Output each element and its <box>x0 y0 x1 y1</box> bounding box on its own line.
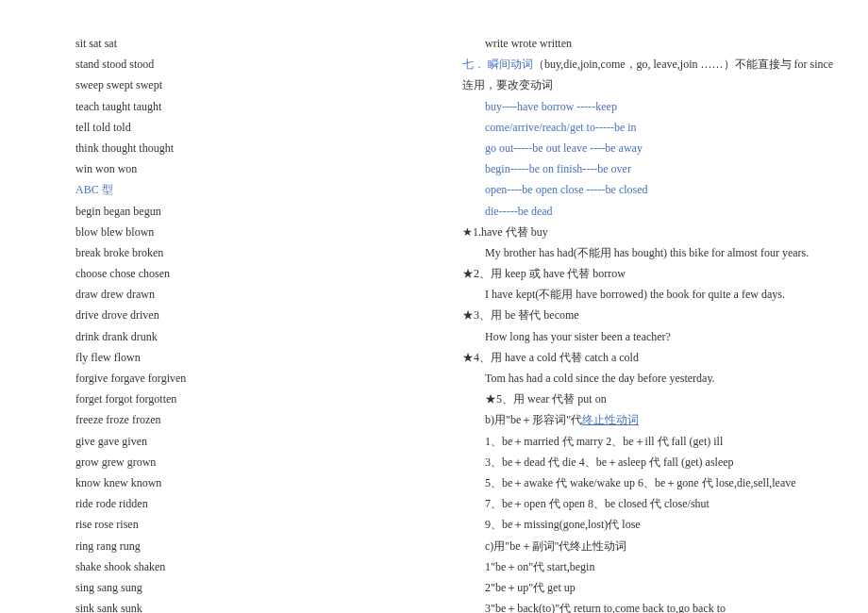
rule-line: buy----have borrow -----keep <box>462 96 840 117</box>
star-line: ★1.have 代替 buy <box>462 222 840 242</box>
text-line: 9、be＋missing(gone,lost)代 lose <box>462 514 840 535</box>
example-line: Tom has had a cold since the day before … <box>462 368 840 389</box>
text-line: b)用"be＋形容词"代终止性动词 <box>462 409 840 430</box>
text-line: 2"be＋up"代 get up <box>462 577 840 598</box>
text-line: 3、be＋dead 代 die 4、be＋asleep 代 fall (get)… <box>462 452 840 472</box>
verb-line: drink drank drunk <box>75 326 396 347</box>
heading-num: 七． 瞬间动词 <box>462 58 533 71</box>
verb-line: give gave given <box>75 431 396 452</box>
verb-line: win won won <box>75 158 396 179</box>
verb-line: rise rose risen <box>75 514 396 535</box>
example-line: My brother has had(不能用 has bought) this … <box>462 242 840 263</box>
text-line: 连用，要改变动词 <box>462 75 840 95</box>
verb-line: stand stood stood <box>75 54 396 75</box>
verb-line: grow grew grown <box>75 452 396 472</box>
verb-line: write wrote written <box>462 33 840 54</box>
heading-rest: （buy,die,join,come，go, leave,join ……）不能直… <box>533 58 833 71</box>
rule-line: come/arrive/reach/get to-----be in <box>462 117 840 138</box>
verb-line: sink sank sunk <box>75 598 396 613</box>
text-line: 1"be＋on"代 start,begin <box>462 556 840 577</box>
text-line: 7、be＋open 代 open 8、be closed 代 close/shu… <box>462 493 840 514</box>
prefix-text: b)用"be＋形容词"代 <box>485 413 582 426</box>
verb-line: blow blew blown <box>75 222 396 242</box>
rule-line: die-----be dead <box>462 201 840 222</box>
star-line: ★3、用 be 替代 become <box>462 305 840 325</box>
verb-line: tell told told <box>75 117 396 138</box>
star-line: ★5、用 wear 代替 put on <box>462 389 840 409</box>
rule-line: go out-----be out leave ----be away <box>462 138 840 158</box>
verb-line: ring rang rung <box>75 536 396 556</box>
verb-line: freeze froze frozen <box>75 409 396 430</box>
verb-line: teach taught taught <box>75 96 396 117</box>
terminative-verb-link[interactable]: 终止性动词 <box>582 413 639 426</box>
verb-line: shake shook shaken <box>75 556 396 577</box>
abc-heading: ABC 型 <box>75 179 396 200</box>
star-line: ★2、用 keep 或 have 代替 borrow <box>462 263 840 284</box>
verb-line: sweep swept swept <box>75 75 396 95</box>
verb-line: ride rode ridden <box>75 493 396 514</box>
text-line: c)用"be＋副词"代终止性动词 <box>462 536 840 556</box>
rule-line: open----be open close -----be closed <box>462 179 840 200</box>
rule-line: begin-----be on finish----be over <box>462 158 840 179</box>
verb-line: drive drove driven <box>75 305 396 325</box>
right-column: write wrote written 七． 瞬间动词（buy,die,join… <box>434 0 868 613</box>
verb-line: draw drew drawn <box>75 284 396 305</box>
verb-line: begin began begun <box>75 201 396 222</box>
verb-line: know knew known <box>75 472 396 493</box>
verb-line: forgive forgave forgiven <box>75 368 396 389</box>
verb-line: forget forgot forgotten <box>75 389 396 409</box>
section-heading: 七． 瞬间动词（buy,die,join,come，go, leave,join… <box>462 54 840 75</box>
text-line: 5、be＋awake 代 wake/wake up 6、be＋gone 代 lo… <box>462 472 840 493</box>
verb-line: think thought thought <box>75 138 396 158</box>
verb-line: break broke broken <box>75 242 396 263</box>
example-line: How long has your sister been a teacher? <box>462 326 840 347</box>
star-line: ★4、用 have a cold 代替 catch a cold <box>462 347 840 368</box>
verb-line: fly flew flown <box>75 347 396 368</box>
text-line: 1、be＋married 代 marry 2、be＋ill 代 fall (ge… <box>462 431 840 452</box>
page-container: sit sat sat stand stood stood sweep swep… <box>0 0 868 613</box>
verb-line: sing sang sung <box>75 577 396 598</box>
verb-line: sit sat sat <box>75 33 396 54</box>
text-line: 3"be＋back(to)"代 return to,come back to,g… <box>462 598 840 613</box>
verb-line: choose chose chosen <box>75 263 396 284</box>
example-line: I have kept(不能用 have borrowed) the book … <box>462 284 840 305</box>
left-column: sit sat sat stand stood stood sweep swep… <box>0 0 434 613</box>
